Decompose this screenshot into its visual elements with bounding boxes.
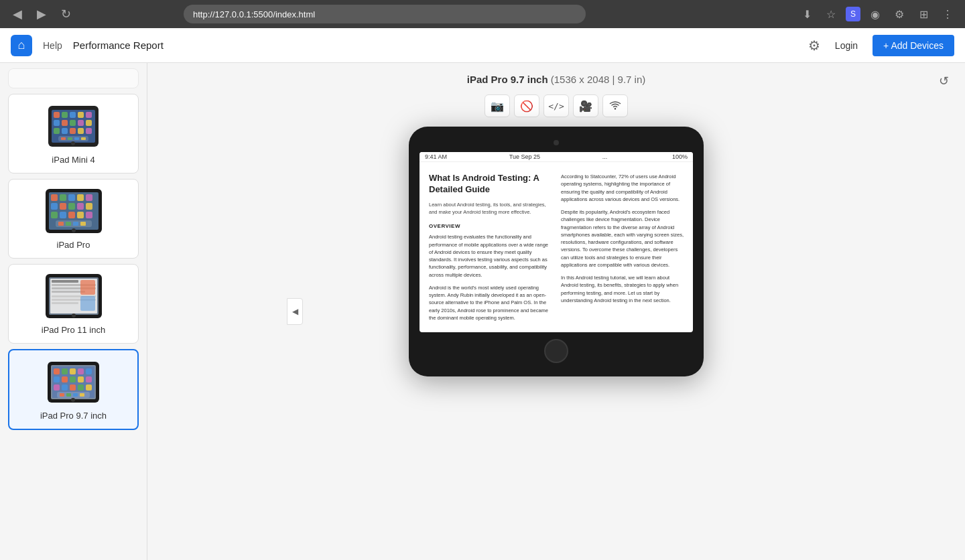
svg-point-82 <box>71 398 75 402</box>
device-name-ipad-pro: iPad Pro <box>57 240 90 250</box>
camera-toolbar-button[interactable]: 📷 <box>485 94 510 117</box>
extension-s-icon[interactable]: S <box>846 7 860 21</box>
device-card-above <box>8 68 139 88</box>
reload-button[interactable]: ↻ <box>56 5 75 23</box>
svg-rect-34 <box>77 203 84 210</box>
device-name-ipad-mini-4: iPad Mini 4 <box>52 155 94 165</box>
back-button[interactable]: ◀ <box>8 5 27 23</box>
menu-grid-icon[interactable]: ⊞ <box>914 5 933 23</box>
ipad-content: What Is Android Testing: A Detailed Guid… <box>420 162 693 332</box>
svg-rect-29 <box>77 194 84 201</box>
ipad-overview-text: Android testing evaluates the functional… <box>429 233 552 279</box>
bookmark-icon[interactable]: ☆ <box>822 5 840 23</box>
ipad-content-left: What Is Android Testing: A Detailed Guid… <box>429 173 552 322</box>
ipad-overview-label: OVERVIEW <box>429 222 552 230</box>
ipad-article-heading: What Is Android Testing: A Detailed Guid… <box>429 173 552 196</box>
svg-rect-9 <box>62 120 68 126</box>
svg-rect-80 <box>73 393 78 397</box>
logo-icon: ⌂ <box>18 38 25 52</box>
svg-rect-78 <box>60 393 64 397</box>
svg-rect-20 <box>68 137 72 140</box>
ipad-time: 9:41 AM <box>425 153 447 160</box>
svg-rect-8 <box>54 120 60 126</box>
svg-rect-69 <box>70 376 76 382</box>
svg-point-2 <box>71 141 75 145</box>
ipad-home-button <box>544 339 568 363</box>
svg-rect-44 <box>73 222 78 226</box>
svg-rect-68 <box>62 376 68 382</box>
svg-rect-65 <box>78 368 84 374</box>
svg-rect-67 <box>54 376 60 382</box>
device-title-name: iPad Pro 9.7 inch <box>467 74 548 85</box>
svg-rect-40 <box>86 212 92 218</box>
ipad-right-para3: In this Android testing tutorial, we wil… <box>561 274 684 304</box>
ipad-right-para1: According to Statcounter, 72% of users u… <box>561 173 684 203</box>
app-title: Performance Report <box>73 40 164 51</box>
svg-rect-7 <box>86 112 92 118</box>
svg-point-25 <box>72 228 76 232</box>
download-icon[interactable]: ⬇ <box>797 5 816 23</box>
device-title-bar: iPad Pro 9.7 inch (1536 x 2048 | 9.7 in)… <box>147 74 965 85</box>
settings-icon[interactable]: ⚙ <box>808 38 820 54</box>
ipad-status-bar: 9:41 AM Tue Sep 25 ... 100% <box>420 152 693 162</box>
login-button[interactable]: Login <box>828 36 864 55</box>
add-devices-button[interactable]: + Add Devices <box>873 35 954 56</box>
svg-rect-75 <box>78 384 84 391</box>
svg-rect-31 <box>51 203 58 210</box>
svg-rect-35 <box>86 203 92 210</box>
touch-toolbar-button[interactable]: 🚫 <box>514 94 539 117</box>
extension-circle-icon[interactable]: ◉ <box>866 5 885 23</box>
device-card-ipad-pro-11[interactable]: iPad Pro 11 inch <box>8 264 139 344</box>
svg-rect-39 <box>77 212 84 218</box>
device-card-ipad-pro-97[interactable]: iPad Pro 9.7 inch <box>8 349 139 430</box>
svg-rect-4 <box>62 112 68 118</box>
svg-rect-45 <box>80 222 86 226</box>
svg-rect-28 <box>68 194 75 201</box>
main-layout: iPad Mini 4 <box>0 63 965 560</box>
device-toolbar: 📷 🚫 </> 🎥 <box>485 94 628 117</box>
svg-rect-70 <box>78 376 84 382</box>
ipad-content-right: According to Statcounter, 72% of users u… <box>561 173 684 322</box>
svg-rect-3 <box>54 112 60 118</box>
svg-rect-33 <box>68 203 75 210</box>
svg-rect-27 <box>60 194 66 201</box>
device-image-ipad-mini-4 <box>44 102 104 149</box>
svg-rect-11 <box>78 120 84 126</box>
content-area: iPad Pro 9.7 inch (1536 x 2048 | 9.7 in)… <box>147 63 965 560</box>
refresh-icon[interactable]: ↺ <box>939 74 949 88</box>
ipad-frame-wrapper: 9:41 AM Tue Sep 25 ... 100% What Is Andr… <box>409 127 704 376</box>
svg-rect-10 <box>70 120 76 126</box>
wifi-toolbar-button[interactable] <box>602 94 628 117</box>
help-link[interactable]: Help <box>43 40 62 51</box>
svg-rect-22 <box>81 137 86 140</box>
ipad-camera <box>554 140 559 145</box>
code-toolbar-button[interactable]: </> <box>543 94 569 117</box>
video-toolbar-button[interactable]: 🎥 <box>573 94 598 117</box>
svg-rect-74 <box>70 384 76 391</box>
svg-rect-42 <box>58 222 64 226</box>
svg-rect-38 <box>68 212 75 218</box>
extensions-icon[interactable]: ⚙ <box>890 5 909 23</box>
ipad-mini-4-svg <box>45 104 102 148</box>
device-card-ipad-pro[interactable]: iPad Pro <box>8 179 139 259</box>
svg-rect-21 <box>74 137 79 140</box>
svg-rect-17 <box>86 128 92 134</box>
forward-button[interactable]: ▶ <box>32 5 51 23</box>
more-menu-icon[interactable]: ⋮ <box>938 5 957 23</box>
ipad-battery: 100% <box>672 153 688 160</box>
address-bar[interactable]: http://127.0.0.1:5500/index.html <box>184 5 586 23</box>
app-header: ⌂ Help Performance Report ⚙ Login + Add … <box>0 28 965 63</box>
svg-rect-57 <box>80 296 95 311</box>
svg-rect-79 <box>66 393 71 397</box>
device-sidebar: iPad Mini 4 <box>0 63 147 560</box>
app-logo: ⌂ <box>11 35 32 56</box>
svg-rect-73 <box>62 384 68 391</box>
device-card-ipad-mini-4[interactable]: iPad Mini 4 <box>8 94 139 173</box>
collapse-sidebar-button[interactable]: ◀ <box>287 298 303 325</box>
svg-rect-36 <box>51 212 58 218</box>
svg-rect-12 <box>86 120 92 126</box>
ipad-paragraph2: Android is the world's most widely used … <box>429 284 552 322</box>
ipad-pro-11-svg <box>44 273 104 320</box>
svg-rect-64 <box>70 368 76 374</box>
svg-rect-19 <box>61 137 66 140</box>
